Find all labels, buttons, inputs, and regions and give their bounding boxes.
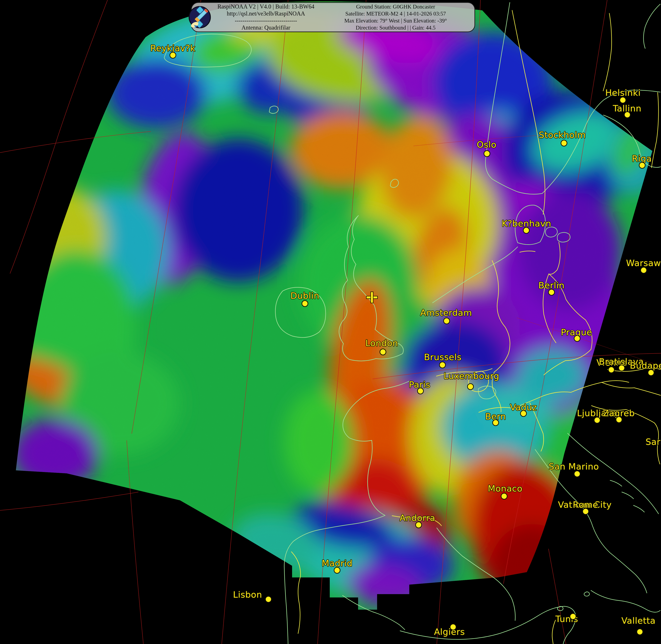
city-label: Monaco	[488, 484, 522, 493]
city-dot	[520, 410, 527, 417]
city-dot	[616, 416, 622, 423]
city-dot	[648, 369, 654, 376]
city-dot	[169, 52, 176, 59]
city-dot	[265, 596, 272, 603]
city-dot	[561, 140, 567, 146]
city-label: Rome	[573, 500, 598, 510]
satellite-icon	[188, 5, 212, 30]
city-label: Luxembourg	[444, 371, 499, 381]
city-dot	[640, 267, 647, 274]
city-dot	[450, 624, 456, 630]
city-dot	[618, 365, 625, 371]
city-dot	[594, 417, 600, 423]
city-dot	[637, 628, 643, 635]
city-dot	[548, 289, 555, 296]
city-label: Algiers	[434, 627, 465, 637]
antenna-line: Antenna: Quadrifilar	[210, 24, 322, 31]
city-label: Budapest	[630, 361, 661, 371]
ground-station-line: Ground Station: G0GHK Doncaster	[322, 3, 469, 10]
city-label: Andorra	[400, 513, 435, 523]
software-version-line: RaspiNOAA V2 | V4.0 | Build: 13-BW64	[210, 3, 322, 10]
city-label: Dublin	[290, 291, 320, 301]
city-label: Reykjav?k	[150, 43, 195, 53]
city-dot	[608, 366, 615, 373]
city-dot	[523, 227, 529, 234]
city-dot	[639, 162, 645, 169]
city-dot	[574, 470, 581, 477]
city-dot	[570, 613, 576, 620]
city-dot	[501, 493, 507, 500]
city-label: Sarajevo	[645, 437, 661, 447]
city-label: Madrid	[322, 558, 353, 568]
satellite-weather-page: { "overlay": { "logo": "satellite-icon",…	[0, 0, 661, 644]
city-label: Amsterdam	[420, 308, 472, 318]
city-dot	[467, 383, 474, 390]
pass-info-header: RaspiNOAA V2 | V4.0 | Build: 13-BW64 htt…	[191, 2, 475, 32]
pass-detail-info: Ground Station: G0GHK Doncaster Satellit…	[322, 3, 474, 31]
weather-satellite-map	[0, 0, 661, 644]
elevation-line: Max Elevation: 79° West | Sun Elevation:…	[322, 17, 469, 24]
city-label: Valletta	[621, 616, 656, 626]
city-label: Brussels	[424, 352, 462, 362]
city-dot	[443, 318, 450, 324]
city-label: Oslo	[477, 140, 496, 150]
city-dot	[483, 150, 490, 157]
software-url-line: http://qsl.net/ve3elb/RaspiNOAA	[210, 10, 322, 17]
city-label: Lisbon	[233, 590, 262, 600]
direction-gain-line: Direction: Southbound | | Gain: 44.5	[322, 24, 469, 31]
city-dot	[415, 522, 422, 528]
city-dot	[439, 362, 446, 368]
city-dot	[302, 300, 308, 307]
city-label: Warsaw	[626, 258, 661, 268]
city-dot	[624, 111, 631, 118]
city-label: Helsinki	[605, 88, 641, 98]
city-label: San Marino	[549, 462, 599, 472]
city-dot	[334, 567, 340, 574]
satellite-line: Satellite: METEOR-M2 4 | 14-01-2026 03:5…	[322, 10, 469, 17]
divider-line: --------------------------------	[210, 17, 322, 24]
projection-cross-marker	[367, 292, 377, 303]
city-label: London	[365, 338, 398, 348]
city-dot	[574, 335, 581, 342]
city-dot	[619, 97, 626, 104]
city-dot	[492, 419, 499, 426]
city-dot	[380, 349, 386, 355]
city-dot	[417, 388, 424, 394]
city-label: Stockholm	[539, 130, 586, 140]
